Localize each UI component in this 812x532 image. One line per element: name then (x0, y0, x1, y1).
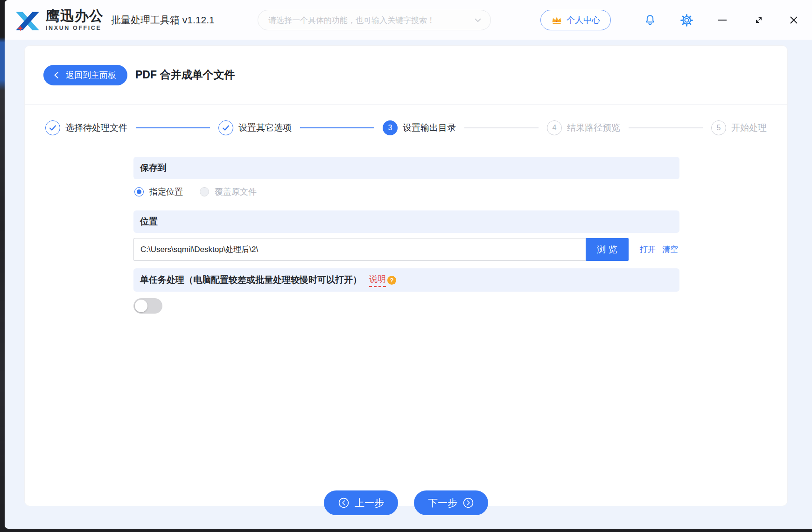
step-4-number: 4 (547, 120, 562, 135)
chevron-left-icon (53, 71, 60, 79)
help-link-label: 说明 (369, 273, 386, 287)
back-button-label: 返回到主面板 (66, 70, 116, 81)
maximize-icon (753, 14, 764, 26)
single-task-section-header: 单任务处理（电脑配置较差或批量处理较慢时可以打开） 说明 ? (133, 268, 679, 292)
brand-name: 鹰迅办公 (46, 9, 104, 23)
step-2-label: 设置其它选项 (238, 122, 292, 134)
crown-icon (551, 15, 562, 25)
main-area: 返回到主面板 PDF 合并成单个文件 选择待处理文件 设置其它选项 (5, 45, 812, 529)
user-center-label: 个人中心 (567, 14, 600, 26)
radio-overwrite-original-label: 覆盖原文件 (215, 186, 257, 197)
save-to-section-header: 保存到 (133, 157, 679, 179)
close-button[interactable] (785, 11, 803, 29)
question-mark-icon: ? (387, 276, 396, 285)
app-window: 鹰迅办公 INXUN OFFICE 批量处理工具箱 v1.12.1 请选择一个具… (5, 0, 812, 529)
open-folder-link[interactable]: 打开 (640, 244, 656, 255)
step-2-check-icon (218, 120, 233, 135)
step-options: 设置其它选项 (218, 120, 292, 135)
app-title: 批量处理工具箱 v1.12.1 (111, 14, 215, 27)
radio-unselected-icon (200, 187, 209, 196)
brand: 鹰迅办公 INXUN OFFICE (13, 6, 104, 34)
step-4-label: 结果路径预览 (567, 122, 620, 134)
step-5-label: 开始处理 (731, 122, 767, 134)
chevron-down-icon (473, 15, 483, 25)
minimize-button[interactable] (713, 11, 731, 29)
step-1-check-icon (45, 120, 60, 135)
radio-specified-location[interactable]: 指定位置 (134, 186, 183, 197)
gear-icon (680, 14, 693, 27)
toggle-knob (135, 300, 147, 312)
browse-button[interactable]: 浏 览 (586, 238, 629, 261)
radio-specified-location-label: 指定位置 (149, 186, 183, 197)
page-title: PDF 合并成单个文件 (135, 68, 235, 82)
titlebar: 鹰迅办公 INXUN OFFICE 批量处理工具箱 v1.12.1 请选择一个具… (5, 0, 812, 40)
step-output-dir: 3 设置输出目录 (383, 120, 456, 135)
radio-selected-icon (134, 187, 144, 196)
form: 保存到 指定位置 覆盖原文件 位置 (133, 157, 679, 315)
brand-subtitle: INXUN OFFICE (46, 25, 104, 31)
step-connector (464, 127, 539, 128)
step-start-process: 5 开始处理 (711, 120, 767, 135)
content-card: 返回到主面板 PDF 合并成单个文件 选择待处理文件 设置其它选项 (24, 45, 788, 506)
location-title: 位置 (140, 216, 158, 228)
step-connector (300, 127, 374, 128)
location-path-row: 浏 览 打开 清空 (133, 238, 679, 261)
step-1-label: 选择待处理文件 (65, 122, 127, 134)
close-icon (788, 14, 799, 26)
next-step-button[interactable]: 下一步 (414, 490, 488, 515)
single-task-toggle[interactable] (133, 298, 162, 314)
step-3-label: 设置输出目录 (403, 122, 456, 134)
clear-path-link[interactable]: 清空 (662, 244, 678, 255)
stepper: 选择待处理文件 设置其它选项 3 设置输出目录 4 结果路径预 (25, 120, 787, 135)
circle-chevron-right-icon (462, 497, 474, 509)
single-task-title: 单任务处理（电脑配置较差或批量处理较慢时可以打开） (140, 274, 362, 286)
previous-step-button[interactable]: 上一步 (324, 490, 398, 515)
step-connector (629, 127, 703, 128)
step-5-number: 5 (711, 120, 726, 135)
function-search-select[interactable]: 请选择一个具体的功能，也可输入关键字搜索！ (258, 10, 491, 30)
circle-chevron-left-icon (338, 497, 350, 509)
wizard-footer: 上一步 下一步 (25, 490, 787, 515)
previous-step-label: 上一步 (355, 497, 384, 510)
step-connector (136, 127, 210, 128)
search-placeholder: 请选择一个具体的功能，也可输入关键字搜索！ (268, 15, 473, 26)
location-section-header: 位置 (133, 210, 679, 233)
step-result-preview: 4 结果路径预览 (547, 120, 620, 135)
brand-logo-icon (13, 6, 42, 34)
notifications-button[interactable] (641, 11, 659, 29)
save-to-title: 保存到 (140, 162, 167, 174)
output-path-input[interactable] (133, 238, 586, 261)
card-header: 返回到主面板 PDF 合并成单个文件 (25, 46, 787, 105)
bell-icon (644, 14, 656, 26)
back-to-dashboard-button[interactable]: 返回到主面板 (43, 65, 127, 85)
step-select-files: 选择待处理文件 (45, 120, 127, 135)
radio-overwrite-original[interactable]: 覆盖原文件 (200, 186, 257, 197)
step-3-number: 3 (383, 120, 398, 135)
next-step-label: 下一步 (428, 497, 457, 510)
save-to-radio-group: 指定位置 覆盖原文件 (133, 186, 679, 197)
minimize-icon (718, 20, 727, 21)
single-task-help-link[interactable]: 说明 ? (369, 273, 396, 287)
user-center-button[interactable]: 个人中心 (540, 10, 611, 30)
settings-button[interactable] (678, 11, 695, 29)
maximize-button[interactable] (750, 11, 768, 29)
